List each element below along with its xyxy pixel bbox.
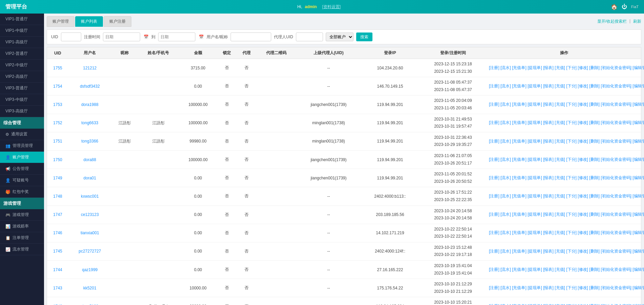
action-link[interactable]: [充值单] [512,304,527,305]
uid-input[interactable] [61,32,81,41]
action-link[interactable]: [修改] [578,285,588,290]
action-link[interactable]: [报表] [543,84,554,88]
profile-link[interactable]: [资料设置] [322,4,341,9]
username-link[interactable]: qaz1999 [82,267,98,272]
action-link[interactable]: [修改] [578,120,588,125]
action-link[interactable]: [充值] [555,102,565,107]
action-link[interactable]: [初始化资金密码] [601,230,631,235]
action-link[interactable]: [下分] [566,230,577,235]
sidebar-item-vip3-mid[interactable]: VIP3-中级厅 [0,94,44,106]
action-link[interactable]: [充值单] [512,194,527,198]
action-link[interactable]: [充值] [555,84,565,88]
action-link[interactable]: [注册] [489,285,499,290]
sidebar-item-flow-mgmt[interactable]: 📈 流水管理 [0,244,44,255]
action-link[interactable]: [下分] [566,139,577,144]
action-link[interactable]: [初始化资金密码] [601,120,631,125]
action-link[interactable]: [提现单] [528,84,542,88]
action-link[interactable]: [初始化资金密码] [601,175,631,180]
username-input[interactable] [231,32,271,41]
action-link[interactable]: [删除] [589,65,600,70]
action-link[interactable]: [初始化资金密码] [601,267,631,272]
action-link[interactable]: [流水] [500,249,511,254]
action-link[interactable]: [编辑管理关闭] [632,84,644,88]
tab-account-list[interactable]: 账户列表 [75,16,103,27]
action-link[interactable]: [注册] [489,157,499,162]
action-link[interactable]: [编辑管理关闭] [632,139,644,144]
action-link[interactable]: [流水] [500,120,511,125]
action-link[interactable]: [充值] [555,249,565,254]
action-link[interactable]: [修改] [578,249,588,254]
action-link[interactable]: [报表] [543,120,554,125]
calendar-from-icon[interactable]: 📅 [144,35,149,39]
action-link[interactable]: [注册] [489,212,499,217]
action-link[interactable]: [流水] [500,212,511,217]
action-link[interactable]: [下分] [566,84,577,88]
action-link[interactable]: [充值] [555,285,565,290]
username-link[interactable]: dsfsdf3432 [80,84,100,89]
action-link[interactable]: [注册] [489,267,499,272]
sidebar-item-admin-mgmt[interactable]: 👥 管理员管理 [0,140,44,152]
sidebar-item-game-odds[interactable]: 📊 游戏赔率 [0,221,44,232]
action-link[interactable]: [充值单] [512,102,527,107]
action-link[interactable]: [流水] [500,102,511,107]
action-link[interactable]: [注册] [489,249,499,254]
date-to-input[interactable] [158,32,195,41]
action-link[interactable]: [初始化资金密码] [601,304,631,305]
uid-link[interactable]: 1753 [53,102,62,107]
action-link[interactable]: [初始化资金密码] [601,212,631,217]
action-link[interactable]: [充值] [555,65,565,70]
sidebar-item-redpacket[interactable]: 🎁 红包中奖 [0,186,44,198]
action-link[interactable]: [充值单] [512,175,527,180]
uid-link[interactable]: 1752 [53,121,62,125]
action-link[interactable]: [下分] [566,120,577,125]
action-link[interactable]: [初始化资金密码] [601,139,631,144]
tab-account-register[interactable]: 账户注册 [104,16,131,27]
action-link[interactable]: [编辑管理关闭] [632,249,644,254]
action-link[interactable]: [报表] [543,212,554,217]
action-link[interactable]: [删除] [589,194,600,198]
uid-link[interactable]: 1748 [53,194,62,199]
action-link[interactable]: [编辑管理关闭] [632,102,644,107]
action-link[interactable]: [充值单] [512,230,527,235]
action-link[interactable]: [删除] [589,102,600,107]
action-link[interactable]: [编辑管理关闭] [632,285,644,290]
action-link[interactable]: [充值] [555,304,565,305]
uid-link[interactable]: 1755 [53,66,62,70]
action-link[interactable]: [提现单] [528,212,542,217]
sidebar-item-vip3-high[interactable]: VIP3-高级厅 [0,106,44,117]
toggle-search-btn[interactable]: 显开/收起搜索栏 [597,19,627,24]
uid-link[interactable]: 1749 [53,176,62,180]
action-link[interactable]: [下分] [566,267,577,272]
action-link[interactable]: [充值单] [512,267,527,272]
action-link[interactable]: [修改] [578,84,588,88]
tab-account-mgmt[interactable]: 账户管理 [47,16,74,27]
uid-link[interactable]: 1743 [53,286,62,290]
action-link[interactable]: [充值单] [512,212,527,217]
power-icon[interactable]: ⏻ [622,4,627,10]
action-link[interactable]: [报表] [543,157,554,162]
action-link[interactable]: [提现单] [528,120,542,125]
action-link[interactable]: [充值] [555,267,565,272]
action-link[interactable]: [注册] [489,304,499,305]
action-link[interactable]: [删除] [589,120,600,125]
sidebar-item-vip2-high[interactable]: VIP2-高级厅 [0,71,44,83]
action-link[interactable]: [初始化资金密码] [601,65,631,70]
action-link[interactable]: [编辑管理关闭] [632,267,644,272]
action-link[interactable]: [流水] [500,230,511,235]
action-link[interactable]: [流水] [500,157,511,162]
sidebar-item-vip3-normal[interactable]: VIP3-普通厅 [0,83,44,94]
sidebar-item-suspicious[interactable]: 👤 可疑账号 [0,175,44,186]
action-link[interactable]: [充值单] [512,157,527,162]
home-icon[interactable]: 🏠 [611,4,618,10]
username-link[interactable]: kk5201 [83,286,96,290]
action-link[interactable]: [报表] [543,65,554,70]
action-link[interactable]: [编辑管理关闭] [632,304,644,305]
action-link[interactable]: [初始化资金密码] [601,102,631,107]
action-link[interactable]: [初始化资金密码] [601,157,631,162]
action-link[interactable]: [删除] [589,84,600,88]
action-link[interactable]: [报表] [543,267,554,272]
action-link[interactable]: [注册] [489,230,499,235]
action-link[interactable]: [修改] [578,304,588,305]
uid-link[interactable]: 1751 [53,139,62,144]
username-link[interactable]: tong6633 [81,121,98,125]
